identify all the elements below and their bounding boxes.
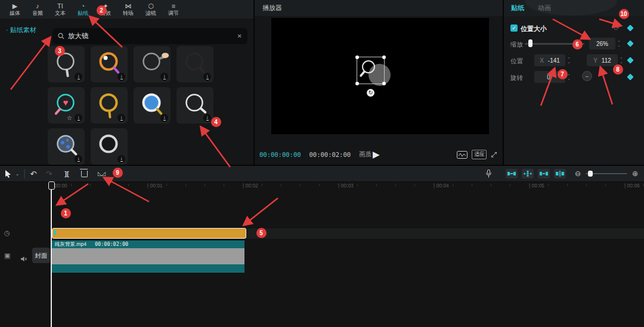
trash-icon xyxy=(81,171,88,177)
preview-axis-toggle-button[interactable] xyxy=(538,169,550,178)
filter-icon: ⬡ xyxy=(140,2,162,10)
tab-audio[interactable]: ♪音频 xyxy=(26,2,49,16)
redo-button[interactable]: ↷ xyxy=(44,166,54,181)
scale-slider-handle[interactable] xyxy=(528,39,532,47)
play-button[interactable]: ▶ xyxy=(373,149,380,160)
selection-handle-tr[interactable] xyxy=(382,55,386,59)
sticker-clip[interactable] xyxy=(52,228,246,239)
download-icon[interactable]: ↓ xyxy=(203,73,211,81)
sticker-tile-gold-magnifier[interactable]: ↓ xyxy=(91,87,128,124)
current-time: 00:00:00:00 xyxy=(259,151,301,158)
position-x-stepper[interactable]: ⌃⌄ xyxy=(566,54,571,66)
annotation-circle-8: 8 xyxy=(613,64,623,75)
download-icon[interactable]: ↓ xyxy=(203,114,211,122)
record-voiceover-button[interactable] xyxy=(484,166,493,181)
download-icon[interactable]: ↓ xyxy=(75,155,82,163)
rotation-label: 旋转 xyxy=(510,74,523,82)
clear-search-icon[interactable]: ✕ xyxy=(237,33,242,39)
tab-text[interactable]: TI文本 xyxy=(49,2,72,16)
tab-label: 调节 xyxy=(162,10,185,16)
keyframe-diamond-position[interactable] xyxy=(627,57,633,63)
video-clip-header[interactable]: 纯灰背景.mp400:00:02:00 xyxy=(52,240,244,248)
sticker-tile-blue-magnifier[interactable]: ↓ xyxy=(134,87,171,124)
select-tool-button[interactable] xyxy=(4,166,13,181)
clock-icon[interactable]: ◷ xyxy=(4,229,10,237)
download-icon[interactable]: ↓ xyxy=(117,155,125,163)
auto-fit-toggle-button[interactable] xyxy=(554,169,566,178)
star-icon[interactable]: ☆ xyxy=(67,114,72,122)
sticker-tile-hand-magnifier[interactable]: ↓ xyxy=(134,46,171,82)
tab-label: 音频 xyxy=(26,10,49,16)
sticker-tile-dark-magnifier[interactable]: ↓ xyxy=(177,46,213,82)
selection-handle-br[interactable] xyxy=(382,82,386,85)
transition-icon: ⋈ xyxy=(117,2,140,10)
auto-fit-icon xyxy=(556,171,564,177)
scale-value-field[interactable]: 26% xyxy=(589,38,615,50)
split-button[interactable]: ][ xyxy=(62,166,72,181)
rotate-handle[interactable]: ↻ xyxy=(367,89,374,97)
position-y-field[interactable]: Y112 xyxy=(587,54,618,66)
video-editor-app: ▶媒体♪音频TI文本◔贴纸✦特效⋈转场⬡滤镜≡调节 · 贴纸素材 放大镜 ✕ ↓… xyxy=(0,0,644,327)
sticker-tile-lens-magnifier[interactable]: ↓ xyxy=(91,128,128,165)
tab-sticker[interactable]: 贴纸 xyxy=(511,0,524,16)
zoom-in-icon[interactable]: ⊕ xyxy=(631,166,639,181)
sticker-material-label: 贴纸素材 xyxy=(10,26,36,33)
sticker-tile-orange-magnifier[interactable]: ↓ xyxy=(91,46,128,82)
preview-quality-icon[interactable] xyxy=(457,151,467,159)
timeline-zoom-handle[interactable] xyxy=(588,171,593,177)
keyframe-diamond-rotation[interactable] xyxy=(627,73,633,80)
search-query-text: 放大镜 xyxy=(68,32,89,41)
download-icon[interactable]: ↓ xyxy=(75,114,82,122)
fullscreen-icon[interactable]: ⤢ xyxy=(491,150,497,159)
mute-audio-icon[interactable] xyxy=(20,254,27,264)
tab-label: 滤镜 xyxy=(140,10,162,16)
keyframe-diamond-section[interactable] xyxy=(627,24,633,31)
tab-sticker[interactable]: ◔贴纸 xyxy=(72,2,94,16)
video-clip-footer[interactable] xyxy=(52,264,244,273)
download-icon[interactable]: ↓ xyxy=(117,114,125,122)
sidebar-item-sticker-material[interactable]: · 贴纸素材 xyxy=(6,26,36,35)
playhead-handle[interactable] xyxy=(48,181,55,190)
keyframe-diamond-scale[interactable] xyxy=(627,40,633,47)
select-tool-chevron-icon[interactable]: ⌄ xyxy=(14,166,20,181)
position-x-field[interactable]: X-141 xyxy=(534,54,565,66)
snap-toggle-button[interactable] xyxy=(506,169,518,178)
tab-transition[interactable]: ⋈转场 xyxy=(117,2,140,16)
tab-label: 贴纸 xyxy=(72,10,94,16)
chevron-down-icon: ⌄ xyxy=(617,44,620,47)
tab-adjust[interactable]: ≡调节 xyxy=(162,2,185,16)
tab-animation[interactable]: 动画 xyxy=(538,0,551,16)
position-size-checkbox[interactable]: ✓ xyxy=(510,24,518,32)
video-track-icon[interactable]: ▣ xyxy=(4,252,10,260)
linkage-toggle-button[interactable] xyxy=(522,169,534,178)
sticker-tile-outline-magnifier[interactable]: ↓ xyxy=(177,87,213,124)
download-icon[interactable]: ↓ xyxy=(117,73,125,81)
selection-handle-tl[interactable] xyxy=(355,55,359,59)
sticker-search-input[interactable]: 放大镜 ✕ xyxy=(52,28,247,44)
snap-icon xyxy=(507,171,516,177)
rotation-dial[interactable]: – xyxy=(582,71,592,81)
preview-canvas[interactable]: ↻ xyxy=(271,18,489,134)
fit-button[interactable]: 适应 xyxy=(472,150,487,159)
reset-icon[interactable]: ⟳ xyxy=(614,24,620,32)
download-icon[interactable]: ↓ xyxy=(75,73,82,81)
sticker-tile-gray-magnifier[interactable]: ↓ xyxy=(48,46,85,82)
sticker-tile-globe-magnifier[interactable]: ↓ xyxy=(48,128,85,165)
tab-filter[interactable]: ⬡滤镜 xyxy=(140,2,162,16)
mirror-button[interactable]: ◺◿ xyxy=(96,166,107,181)
scale-stepper[interactable]: ⌃⌄ xyxy=(617,38,621,50)
zoom-out-icon[interactable]: ⊖ xyxy=(574,166,582,181)
delete-button[interactable] xyxy=(79,166,89,181)
cover-button[interactable]: 封面 xyxy=(32,248,50,263)
playhead-line[interactable] xyxy=(51,181,52,327)
undo-button[interactable]: ↶ xyxy=(29,166,38,181)
sticker-tile-heart-magnifier[interactable]: ♥☆↓ xyxy=(48,87,85,124)
selection-box[interactable] xyxy=(357,57,385,84)
download-icon[interactable]: ↓ xyxy=(160,114,168,122)
selection-handle-bl[interactable] xyxy=(355,82,359,85)
tab-media[interactable]: ▶媒体 xyxy=(4,2,26,16)
download-icon[interactable]: ↓ xyxy=(160,73,168,81)
annotation-circle-1: 1 xyxy=(61,208,71,218)
timeline-panel: ⌄ | ↶ ↷ ][ ◺◿ ⊖ ⊕ xyxy=(0,166,644,327)
video-clip-body[interactable] xyxy=(52,248,244,264)
